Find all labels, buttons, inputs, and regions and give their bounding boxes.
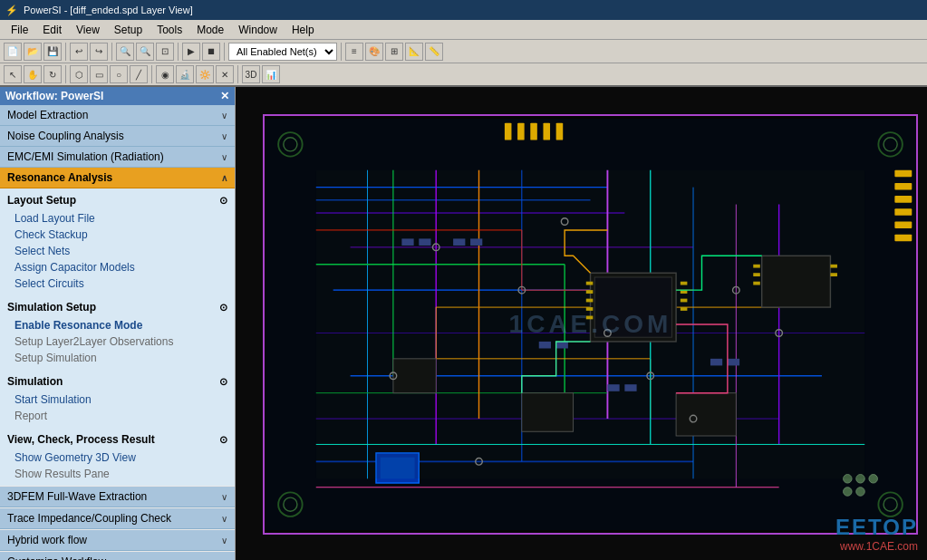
nav-enable-resonance[interactable]: Enable Resonance Mode [0, 317, 235, 333]
circle-btn[interactable]: ○ [110, 65, 128, 83]
svg-rect-14 [894, 170, 912, 178]
zoom-in-btn[interactable]: 🔍 [116, 43, 134, 61]
workflow-close-btn[interactable]: ✕ [220, 90, 229, 102]
section-trace-impedance-label: Trace Impedance/Coupling Check [7, 512, 171, 525]
simulation-content: Start Simulation Report [0, 391, 235, 428]
section-3dfem-label: 3DFEM Full-Wave Extraction [7, 490, 147, 503]
pcb-board: 1CAE.COM [263, 114, 918, 535]
nav-check-stackup[interactable]: Check Stackup [0, 227, 235, 243]
section-resonance-label: Resonance Analysis [7, 171, 112, 184]
svg-rect-11 [530, 123, 537, 140]
section-noise-coupling[interactable]: Noise Coupling Analysis ∨ [0, 126, 235, 147]
section-3dfem[interactable]: 3DFEM Full-Wave Extraction ∨ [0, 487, 235, 507]
zoom-out-btn[interactable]: 🔍 [136, 43, 154, 61]
stop-btn[interactable]: ⏹ [202, 43, 220, 61]
new-btn[interactable]: 📄 [4, 43, 22, 61]
sep7 [151, 65, 152, 83]
save-btn[interactable]: 💾 [43, 43, 62, 61]
section-emc-emi[interactable]: EMC/EMI Simulation (Radiation) ∨ [0, 147, 235, 168]
view-check-content: Show Geometry 3D View Show Results Pane [0, 449, 235, 486]
section-noise-coupling-arrow: ∨ [221, 131, 227, 141]
line-btn[interactable]: ╱ [130, 65, 148, 83]
subsection-view-check: View, Check, Process Result ⊙ [0, 428, 235, 449]
svg-rect-17 [894, 208, 912, 216]
section-model-extraction-arrow: ∨ [221, 111, 227, 121]
menu-bar: File Edit View Setup Tools Mode Window H… [0, 20, 927, 40]
section-hybrid-workflow-label: Hybrid work flow [7, 534, 87, 546]
color-btn[interactable]: 🎨 [365, 43, 383, 61]
select-btn[interactable]: ↖ [4, 65, 22, 83]
section-trace-impedance[interactable]: Trace Impedance/Coupling Check ∨ [0, 508, 235, 529]
nav-report: Report [0, 408, 235, 424]
net-highlight-btn[interactable]: 🔆 [196, 65, 214, 83]
nav-start-simulation[interactable]: Start Simulation [0, 391, 235, 408]
open-btn[interactable]: 📂 [24, 43, 42, 61]
3d-btn[interactable]: 3D [242, 65, 260, 83]
pcb-traces-svg [265, 116, 916, 533]
section-emc-emi-arrow: ∨ [221, 152, 227, 162]
menu-setup[interactable]: Setup [107, 22, 150, 38]
run-btn[interactable]: ▶ [182, 43, 200, 61]
svg-rect-19 [894, 235, 912, 242]
highlight-btn[interactable]: ◉ [156, 65, 174, 83]
nav-select-nets[interactable]: Select Nets [0, 243, 235, 259]
menu-tools[interactable]: Tools [150, 22, 189, 38]
probe-btn[interactable]: 🔬 [176, 65, 194, 83]
spectrum-btn[interactable]: 📊 [262, 65, 280, 83]
sep3 [178, 43, 179, 61]
section-hybrid-workflow[interactable]: Hybrid work flow ∨ [0, 530, 235, 551]
simulation-arrow[interactable]: ⊙ [219, 376, 227, 388]
svg-point-92 [856, 488, 864, 496]
subsection-layout-setup: Layout Setup ⊙ [0, 188, 235, 210]
svg-rect-18 [894, 221, 912, 228]
nav-show-geometry-3d[interactable]: Show Geometry 3D View [0, 449, 235, 466]
svg-rect-10 [517, 123, 525, 140]
menu-mode[interactable]: Mode [189, 22, 231, 38]
toolbar-secondary: ↖ ✋ ↻ ⬡ ▭ ○ ╱ ◉ 🔬 🔆 ✕ 3D 📊 [0, 63, 927, 87]
sep8 [237, 65, 238, 83]
view-check-arrow[interactable]: ⊙ [219, 434, 227, 446]
redo-btn[interactable]: ↪ [90, 43, 108, 61]
undo-btn[interactable]: ↩ [70, 43, 88, 61]
subsection-sim-setup: Simulation Setup ⊙ [0, 295, 235, 317]
subsection-sim-setup-title: Simulation Setup ⊙ [7, 299, 227, 315]
menu-view[interactable]: View [69, 22, 107, 38]
sim-setup-arrow[interactable]: ⊙ [219, 302, 227, 314]
svg-rect-9 [505, 123, 512, 140]
zoom-fit-btn[interactable]: ⊡ [156, 43, 174, 61]
menu-help[interactable]: Help [285, 22, 322, 38]
title-bar: ⚡ PowerSI - [diff_ended.spd Layer View] [0, 0, 927, 20]
nav-select-circuits[interactable]: Select Circuits [0, 275, 235, 292]
title-text: PowerSI - [diff_ended.spd Layer View] [24, 5, 193, 15]
poly-btn[interactable]: ⬡ [70, 65, 88, 83]
menu-window[interactable]: Window [231, 22, 285, 38]
rect-btn[interactable]: ▭ [90, 65, 108, 83]
section-resonance-analysis[interactable]: Resonance Analysis ∧ [0, 168, 235, 188]
clear-btn[interactable]: ✕ [216, 65, 234, 83]
snap-btn[interactable]: 📐 [405, 43, 423, 61]
svg-rect-16 [894, 196, 912, 203]
section-model-extraction-label: Model Extraction [7, 109, 88, 121]
sep5 [341, 43, 342, 61]
sep6 [65, 65, 66, 83]
workflow-scroll[interactable]: Model Extraction ∨ Noise Coupling Analys… [0, 105, 235, 560]
layout-setup-arrow[interactable]: ⊙ [219, 195, 227, 207]
section-customize-workflow[interactable]: Customize Workflow ∨ [0, 552, 235, 560]
pan-btn[interactable]: ✋ [24, 65, 42, 83]
nav-load-layout[interactable]: Load Layout File [0, 210, 235, 227]
nav-assign-cap-models[interactable]: Assign Capacitor Models [0, 259, 235, 275]
pcb-view-area[interactable]: 1CAE.COM EETOP www.1CAE.com [236, 87, 927, 560]
section-model-extraction[interactable]: Model Extraction ∨ [0, 105, 235, 126]
workflow-title: Workflow: PowerSI [5, 90, 103, 102]
net-selector[interactable]: All Enabled Net(s) [228, 43, 337, 61]
grid-btn[interactable]: ⊞ [385, 43, 403, 61]
layout-setup-label: Layout Setup [7, 194, 76, 207]
rotate-btn[interactable]: ↻ [43, 65, 62, 83]
meas-btn[interactable]: 📏 [425, 43, 443, 61]
layout-setup-content: Load Layout File Check Stackup Select Ne… [0, 210, 235, 295]
menu-edit[interactable]: Edit [35, 22, 69, 38]
layer-btn[interactable]: ≡ [345, 43, 363, 61]
toolbar-primary: 📄 📂 💾 ↩ ↪ 🔍 🔍 ⊡ ▶ ⏹ All Enabled Net(s) ≡… [0, 40, 927, 63]
view-check-label: View, Check, Process Result [7, 433, 155, 446]
menu-file[interactable]: File [4, 22, 35, 38]
